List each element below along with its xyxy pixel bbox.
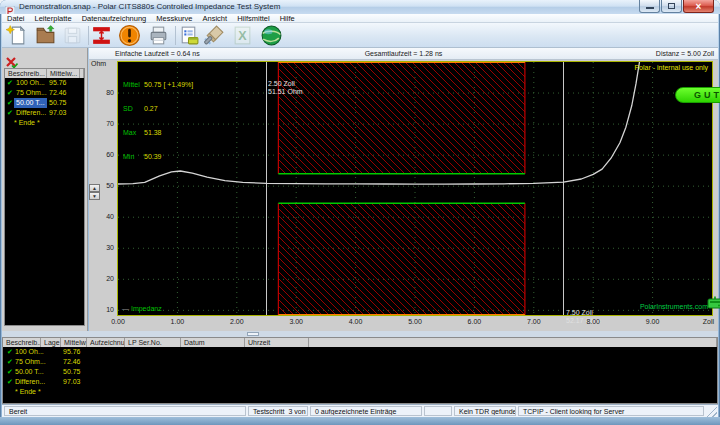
report-log-icon[interactable] <box>177 24 200 47</box>
pass-check-icon: ✔ <box>7 78 13 88</box>
table-column-header[interactable]: Lage <box>41 338 61 347</box>
chart-header-strip: Einfache Laufzeit = 0.64 ns Gesamtlaufze… <box>89 48 718 60</box>
spin-down-button[interactable]: ▼ <box>89 192 100 200</box>
y-tick-label: 40 <box>90 213 114 220</box>
y-tick-label: 10 <box>90 306 114 313</box>
test-list-item[interactable]: ✔Differen...97.03 <box>5 108 84 118</box>
table-column-header[interactable]: Mittelw... <box>61 338 87 347</box>
close-icon: × <box>696 1 702 12</box>
test-mean-value: 97.03 <box>63 377 81 387</box>
table-column-header[interactable]: Datum <box>181 338 245 347</box>
test-list-item[interactable]: ✔75 Ohm...72.46 <box>5 88 84 98</box>
measure-impedance-icon[interactable] <box>90 24 113 47</box>
status-tdr: Kein TDR gefunden <box>454 406 516 416</box>
open-folder-icon[interactable] <box>34 24 57 47</box>
splitter-grip[interactable] <box>247 332 259 336</box>
save-icon[interactable] <box>61 24 84 47</box>
pass-check-icon: ✔ <box>7 98 13 108</box>
print-icon[interactable] <box>147 24 170 47</box>
web-globe-icon[interactable] <box>260 24 283 47</box>
y-axis-title: Ohm <box>91 60 106 67</box>
test-label[interactable]: 100 Oh... <box>16 78 45 88</box>
new-document-icon[interactable] <box>5 24 28 47</box>
total-delay-readout: Gesamtlaufzeit = 1.28 ns <box>89 50 718 57</box>
close-button[interactable]: × <box>683 0 714 13</box>
excel-export-icon[interactable]: X <box>231 24 254 47</box>
pass-check-icon: ✔ <box>7 367 13 377</box>
table-row[interactable]: ✔50.00 T...50.75 <box>3 367 717 377</box>
results-table-header: Beschreib...LageMittelw...Aufzeichnu...L… <box>3 338 717 347</box>
table-column-header[interactable]: Uhrzeit <box>245 338 309 347</box>
clean-screen-icon[interactable] <box>203 24 226 47</box>
menu-item-hilfe[interactable]: Hilfe <box>275 14 300 23</box>
test-error-icon[interactable] <box>118 24 141 47</box>
statistics-readout: Mittel50.75 [ +1.49%] SD0.27 Max51.38 Mi… <box>123 65 193 177</box>
test-list-item[interactable]: ✔100 Oh...95.76 <box>5 78 84 88</box>
toolbar: X <box>2 23 718 48</box>
column-header-beschreibung[interactable]: Beschreib... <box>5 69 47 78</box>
sd-label: SD <box>123 105 144 113</box>
y-tick-label: 70 <box>90 120 114 127</box>
table-column-header[interactable]: LP Ser.No. <box>125 338 181 347</box>
application-window: Demonstration.snap - Polar CITS880s Cont… <box>0 0 720 425</box>
x-tick-label: 9.00 <box>639 318 667 325</box>
x-tick-label: 0.00 <box>104 318 132 325</box>
x-tick-label: 5.00 <box>401 318 429 325</box>
table-row[interactable]: ✔75 Ohm...72.46 <box>3 357 717 367</box>
menu-item-datei[interactable]: Datei <box>2 14 30 23</box>
x-tick-label: 6.00 <box>460 318 488 325</box>
status-bar: Bereit Testschritt 3 von 4 0 aufgezeichn… <box>2 404 718 417</box>
test-list: Beschreib... Mittelw... ✔100 Oh...95.76✔… <box>4 68 85 326</box>
clear-tests-icon[interactable] <box>5 55 18 68</box>
mean-value: 50.75 [ +1.49%] <box>144 81 193 88</box>
menu-item-messkurve[interactable]: Messkurve <box>151 14 197 23</box>
max-label: Max <box>123 129 144 137</box>
x-tick-label: 1.00 <box>163 318 191 325</box>
pass-check-icon: ✔ <box>7 108 13 118</box>
window-bottom-border <box>0 417 720 425</box>
table-row[interactable]: ✔Differen...97.03 <box>3 377 717 387</box>
menu-bar: DateiLeiterplatteDatenaufzeichnungMessku… <box>2 14 718 23</box>
x-tick-label: 4.00 <box>342 318 370 325</box>
test-mean-value: 50.75 <box>63 367 81 377</box>
table-column-header[interactable]: Aufzeichnu... <box>87 338 125 347</box>
minimize-button[interactable] <box>639 0 660 13</box>
x-tick-label: 3.00 <box>282 318 310 325</box>
app-icon <box>5 2 15 12</box>
maximize-button[interactable] <box>661 0 682 13</box>
resize-grip[interactable] <box>706 406 717 417</box>
maximize-icon <box>668 3 675 9</box>
test-label[interactable]: 75 Ohm... <box>16 88 47 98</box>
end-marker: * Ende * <box>14 118 40 128</box>
max-value: 51.38 <box>144 129 162 136</box>
column-header-mittelwert[interactable]: Mittelw... <box>47 69 80 78</box>
chart-pane: Einfache Laufzeit = 0.64 ns Gesamtlaufze… <box>89 48 718 331</box>
brand-link[interactable]: PolarInstruments.com <box>518 303 708 311</box>
table-row[interactable]: ✔100 Oh...95.76 <box>3 347 717 357</box>
test-mean-value: 72.46 <box>63 357 81 367</box>
test-list-item[interactable]: ✔50.00 T...50.75 <box>5 98 84 108</box>
end-marker: * Ende * <box>15 387 41 397</box>
svg-text:X: X <box>238 29 247 43</box>
impedance-plot[interactable]: Mittel50.75 [ +1.49%] SD0.27 Max51.38 Mi… <box>117 61 713 316</box>
titlebar[interactable]: Demonstration.snap - Polar CITS880s Cont… <box>0 0 720 14</box>
watermark-text: Polar - internal use only <box>498 64 708 72</box>
mean-label: Mittel <box>123 81 144 89</box>
test-mean-value: 95.76 <box>63 347 81 357</box>
min-value: 50.39 <box>144 153 162 160</box>
menu-item-ansicht[interactable]: Ansicht <box>198 14 233 23</box>
measurement-panel: Beschreib... Mittelw... ✔100 Oh...95.76✔… <box>2 48 88 331</box>
y-tick-label: 50 <box>90 182 114 189</box>
test-list-end[interactable]: * Ende * <box>5 118 84 128</box>
x-tick-label: 2.00 <box>223 318 251 325</box>
menu-item-leiterplatte[interactable]: Leiterplatte <box>30 14 77 23</box>
menu-item-datenaufzeichnung[interactable]: Datenaufzeichnung <box>77 14 152 23</box>
test-label[interactable]: Differen... <box>16 108 46 118</box>
x-tick-label: 7.00 <box>520 318 548 325</box>
legend-dash: — <box>122 305 131 312</box>
results-table: Beschreib...LageMittelw...Aufzeichnu...L… <box>2 337 718 404</box>
test-label[interactable]: 50.00 T... <box>14 98 47 108</box>
menu-item-hilfsmittel[interactable]: Hilfsmittel <box>232 14 275 23</box>
status-ready: Bereit <box>4 406 246 416</box>
table-column-header[interactable]: Beschreib... <box>3 338 41 347</box>
